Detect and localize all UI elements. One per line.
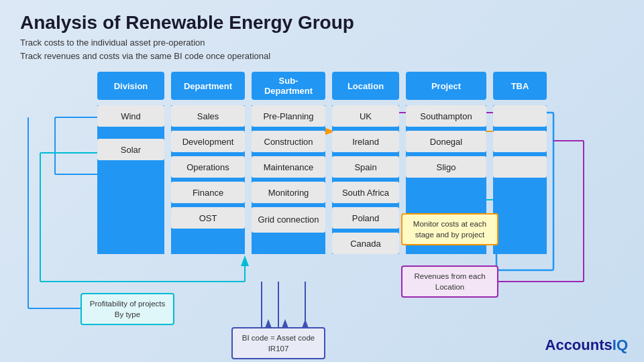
main-title: Analysis of Renewable Energy Group bbox=[20, 12, 624, 34]
content-area: Wind Solar Sales Development Operations … bbox=[0, 105, 644, 254]
tba-cell-2 bbox=[493, 131, 547, 152]
tba-column bbox=[493, 105, 547, 254]
cell-southafrica: South Africa bbox=[332, 182, 399, 203]
cell-solar: Solar bbox=[97, 139, 164, 160]
cell-southampton: Southampton bbox=[406, 105, 486, 127]
tba-cell-1 bbox=[493, 105, 547, 127]
cell-ireland: Ireland bbox=[332, 131, 399, 152]
cell-canada: Canada bbox=[332, 233, 399, 254]
division-column: Wind Solar bbox=[97, 105, 164, 254]
cell-finance: Finance bbox=[171, 182, 245, 203]
subdept-column: Pre-Planning Construction Maintenance Mo… bbox=[252, 105, 325, 254]
cell-donegal: Donegal bbox=[406, 131, 486, 152]
cell-operations: Operations bbox=[171, 156, 245, 178]
header-tba: TBA bbox=[493, 72, 547, 100]
subtitle: Track costs to the individual asset pre-… bbox=[20, 36, 624, 62]
callout-monitor: Monitor costs at each stage and by proje… bbox=[401, 213, 498, 245]
brand-logo: AccountsIQ bbox=[545, 337, 628, 354]
subtitle-line2: Track revenues and costs via the same BI… bbox=[20, 50, 624, 63]
header-project: Project bbox=[406, 72, 486, 100]
cell-construction: Construction bbox=[252, 131, 325, 152]
cell-sligo: Sligo bbox=[406, 156, 486, 178]
cell-maintenance: Maintenance bbox=[252, 156, 325, 178]
title-area: Analysis of Renewable Energy Group Track… bbox=[0, 0, 644, 66]
cell-gridconnection: Grid connection bbox=[252, 207, 325, 233]
department-column: Sales Development Operations Finance OST bbox=[171, 105, 245, 254]
callout-revenue: Revenues from each Location bbox=[401, 265, 498, 298]
cell-sales: Sales bbox=[171, 105, 245, 127]
header-row: Division Department Sub-Department Locat… bbox=[0, 72, 644, 100]
cell-monitoring: Monitoring bbox=[252, 182, 325, 203]
cell-development: Development bbox=[171, 131, 245, 152]
callout-bi: BI code = Asset code IR107 bbox=[231, 327, 325, 359]
header-division: Division bbox=[97, 72, 164, 100]
callout-profitability: Profitability of projects By type bbox=[80, 293, 174, 325]
header-subdepartment: Sub-Department bbox=[252, 72, 325, 100]
cell-wind: Wind bbox=[97, 105, 164, 127]
cell-ost: OST bbox=[171, 207, 245, 229]
header-location: Location bbox=[332, 72, 399, 100]
cell-uk: UK bbox=[332, 105, 399, 127]
subtitle-line1: Track costs to the individual asset pre-… bbox=[20, 36, 624, 50]
cell-poland: Poland bbox=[332, 207, 399, 229]
cell-spain: Spain bbox=[332, 156, 399, 178]
location-column: UK Ireland Spain South Africa Poland Can… bbox=[332, 105, 399, 254]
cell-preplanning: Pre-Planning bbox=[252, 105, 325, 127]
tba-cell-3 bbox=[493, 156, 547, 178]
main-container: Analysis of Renewable Energy Group Track… bbox=[0, 0, 644, 362]
header-department: Department bbox=[171, 72, 245, 100]
